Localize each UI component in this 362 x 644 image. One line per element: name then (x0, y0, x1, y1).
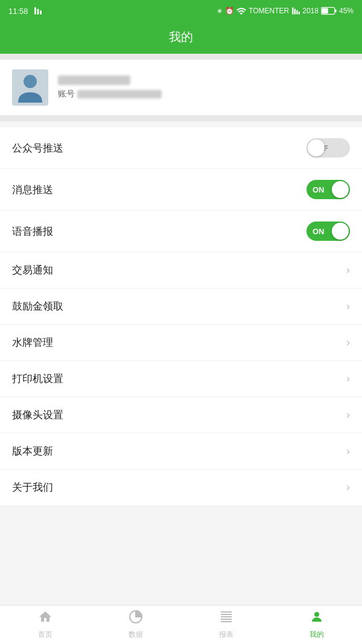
list-icon (219, 610, 233, 628)
chevron-shexiangtou: › (346, 409, 350, 421)
settings-list: 公众号推送 OFF 消息推送 ON 语音播报 ON 交易通知 (0, 127, 362, 505)
page-header: 我的 (0, 22, 362, 54)
settings-item-dayinji[interactable]: 打印机设置 › (0, 361, 362, 397)
chevron-guli: › (346, 300, 350, 313)
carrier-name: TOMENTER (249, 7, 289, 15)
settings-item-xiaoxituisong[interactable]: 消息推送 ON (0, 169, 362, 211)
nav-label-mine: 我的 (310, 630, 324, 640)
battery-percent: 45% (339, 7, 354, 15)
bluetooth-icon: ∗ (217, 7, 223, 15)
settings-right-xiaoxituisong: ON (306, 180, 350, 199)
svg-rect-3 (292, 7, 293, 14)
settings-item-jiaoyi[interactable]: 交易通知 › (0, 252, 362, 289)
toggle-knob-xiaoxituisong (332, 181, 349, 198)
svg-rect-4 (294, 9, 296, 14)
settings-label-gongzhonghao: 公众号推送 (12, 141, 63, 155)
chevron-dayinji: › (346, 372, 350, 385)
chevron-shuipai: › (346, 336, 350, 349)
svg-rect-2 (40, 11, 42, 15)
svg-rect-6 (299, 11, 300, 14)
nav-label-home: 首页 (38, 630, 52, 640)
status-time: 11:58 (8, 7, 28, 16)
status-left: 11:58 (8, 6, 43, 16)
nav-label-data: 数据 (129, 630, 143, 640)
svg-point-13 (314, 612, 319, 617)
status-icons (31, 6, 43, 16)
chevron-guanyu: › (346, 481, 350, 494)
separator-mid (0, 115, 362, 121)
nav-item-report[interactable]: 报表 (181, 605, 272, 644)
settings-item-shexiangtou[interactable]: 摄像头设置 › (0, 397, 362, 433)
profile-section[interactable]: 账号 (0, 60, 362, 115)
toggle-knob-yuyinbobao (332, 223, 349, 240)
status-bar: 11:58 ∗ ⏰ TOMENTER 2018 45% (0, 0, 362, 22)
avatar (12, 69, 48, 106)
nav-item-home[interactable]: 首页 (0, 605, 91, 644)
profile-info: 账号 (58, 75, 162, 100)
settings-label-shexiangtou: 摄像头设置 (12, 408, 63, 422)
settings-label-xiaoxituisong: 消息推送 (12, 183, 53, 197)
page-title: 我的 (169, 30, 193, 43)
year: 2018 (302, 7, 319, 15)
wifi-icon (237, 6, 246, 16)
nav-label-report: 报表 (219, 630, 233, 640)
svg-rect-8 (335, 10, 336, 13)
profile-name-blurred (58, 75, 130, 85)
settings-label-shuipai: 水牌管理 (12, 336, 53, 349)
battery-icon (321, 7, 337, 16)
settings-item-guanyu[interactable]: 关于我们 › (0, 470, 362, 505)
profile-account-row: 账号 (58, 89, 162, 100)
chevron-banben: › (346, 445, 350, 457)
separator-top (0, 54, 362, 60)
bottom-nav: 首页 数据 报表 我的 (0, 605, 362, 644)
nav-item-data[interactable]: 数据 (91, 605, 181, 644)
svg-point-11 (24, 75, 37, 88)
settings-label-banben: 版本更新 (12, 444, 53, 458)
toggle-knob-gongzhonghao (308, 139, 325, 156)
settings-item-yuyinbobao[interactable]: 语音播报 ON (0, 211, 362, 252)
home-icon (38, 610, 52, 628)
svg-rect-9 (322, 8, 328, 14)
settings-item-gongzhonghao[interactable]: 公众号推送 OFF (0, 127, 362, 169)
alarm-icon: ⏰ (225, 7, 234, 15)
settings-right-yuyinbobao: ON (306, 222, 350, 241)
toggle-label-xiaoxituisong: ON (313, 185, 325, 194)
settings-item-guli[interactable]: 鼓励金领取 › (0, 289, 362, 325)
toggle-gongzhonghao[interactable]: OFF (306, 138, 350, 158)
person-icon (310, 610, 324, 628)
nav-spacer (0, 505, 362, 550)
svg-rect-5 (296, 10, 297, 14)
settings-label-dayinji: 打印机设置 (12, 372, 63, 386)
settings-label-jiaoyi: 交易通知 (12, 263, 53, 277)
account-value-blurred (77, 90, 162, 98)
svg-rect-1 (37, 9, 39, 14)
nav-item-mine[interactable]: 我的 (272, 605, 362, 644)
chart-icon (129, 610, 143, 628)
chevron-jiaoyi: › (346, 264, 350, 276)
settings-item-shuipai[interactable]: 水牌管理 › (0, 325, 362, 361)
svg-rect-0 (34, 7, 36, 14)
toggle-yuyinbobao[interactable]: ON (306, 222, 350, 241)
settings-label-yuyinbobao: 语音播报 (12, 225, 53, 238)
settings-label-guanyu: 关于我们 (12, 480, 53, 494)
settings-label-guli: 鼓励金领取 (12, 299, 63, 313)
settings-right-gongzhonghao: OFF (306, 138, 350, 158)
status-right: ∗ ⏰ TOMENTER 2018 45% (217, 6, 354, 16)
settings-item-banben[interactable]: 版本更新 › (0, 433, 362, 470)
toggle-label-yuyinbobao: ON (313, 227, 325, 236)
toggle-xiaoxituisong[interactable]: ON (306, 180, 350, 199)
account-label: 账号 (58, 89, 75, 98)
